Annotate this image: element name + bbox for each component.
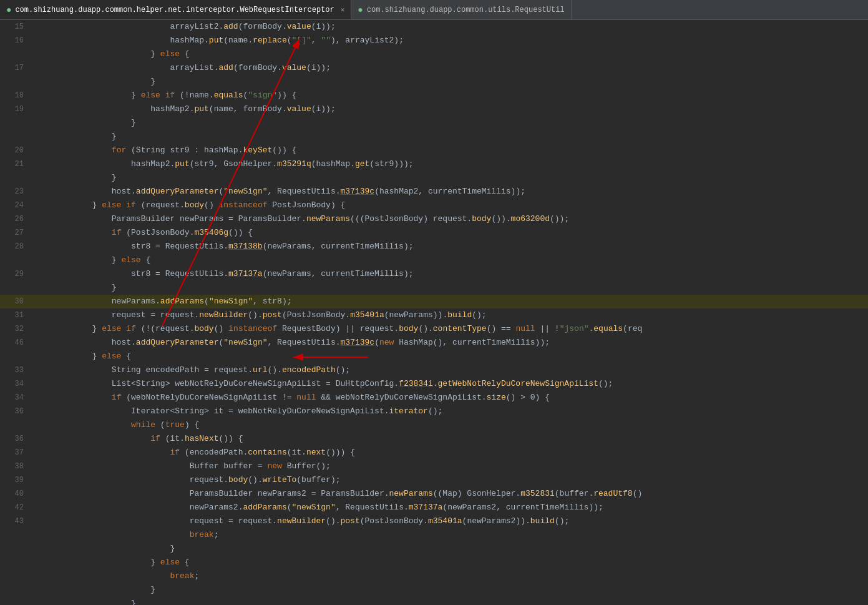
code-line-17: 17 arrayList.add(formBody.value(i)); [0, 61, 868, 75]
line-content-else4: } else { [31, 556, 868, 569]
line-num-28: 28 [0, 240, 31, 253]
code-line-33: 33 String encodedPath = request.url().en… [0, 363, 868, 377]
line-content-17: arrayList.add(formBody.value(i)); [31, 61, 868, 75]
line-num-42: 42 [0, 501, 31, 514]
line-content-close3: } [31, 130, 868, 144]
line-content-close4: } [31, 171, 868, 185]
code-line-36a: 36 Iterator<String> it = webNotRelyDuCor… [0, 405, 868, 418]
code-line-27: 27 if (PostJsonBody.m35406g()) { [0, 226, 868, 240]
line-num-43: 43 [0, 514, 31, 528]
line-num-37: 37 [0, 446, 31, 460]
tab-webrequestinterceptor[interactable]: ● com.shizhuang.duapp.common.helper.net.… [0, 0, 351, 19]
code-line-32: 32 } else if (!(request.body() instanceo… [0, 322, 868, 336]
tab-label-1: com.shizhuang.duapp.common.helper.net.in… [15, 6, 334, 14]
line-num-33: 33 [0, 363, 31, 377]
line-content-break1: break; [31, 528, 868, 542]
line-num-17: 17 [0, 61, 31, 75]
close-tab-button-1[interactable]: ✕ [341, 6, 345, 14]
code-line-close8: } [0, 597, 868, 605]
code-line-31: 31 request = request.newBuilder().post(P… [0, 308, 868, 322]
code-area[interactable]: 15 arrayList2.add(formBody.value(i)); 16… [0, 20, 868, 605]
line-num-19: 19 [0, 102, 31, 116]
line-content-close5: } [31, 281, 868, 295]
code-line-close1: } [0, 75, 868, 89]
line-content-else3: } else { [31, 350, 868, 363]
line-content-16: hashMap.put(name.replace("[]", ""), arra… [31, 34, 868, 47]
code-line-43: 43 request = request.newBuilder().post(P… [0, 514, 868, 528]
line-content-close1: } [31, 75, 868, 89]
line-num-15: 15 [0, 20, 31, 34]
tab-label-2: com.shizhuang.duapp.common.utils.Request… [367, 6, 565, 14]
line-num-40: 40 [0, 487, 31, 501]
line-content-close8: } [31, 597, 868, 605]
line-content-30: newParams.addParams("newSign", str8); [31, 295, 868, 308]
code-line-21: 21 hashMap2.put(str9, GsonHelper.m35291q… [0, 157, 868, 171]
line-num-23: 23 [0, 185, 31, 199]
code-line-38: 38 Buffer buffer = new Buffer(); [0, 460, 868, 473]
line-content-21: hashMap2.put(str9, GsonHelper.m35291q(ha… [31, 157, 868, 171]
line-num-39: 39 [0, 473, 31, 487]
line-content-24: } else if (request.body() instanceof Pos… [31, 199, 868, 212]
code-line-close6: } [0, 542, 868, 556]
code-line-36b: 36 if (it.hasNext()) { [0, 432, 868, 446]
line-content-while: while (true) { [31, 418, 868, 432]
line-num-30: 30 [0, 295, 31, 308]
code-line-23: 23 host.addQueryParameter("newSign", Req… [0, 185, 868, 199]
code-line-39: 39 request.body().writeTo(buffer); [0, 473, 868, 487]
line-content-46: host.addQueryParameter("newSign", Reques… [31, 336, 868, 350]
line-num-36b: 36 [0, 432, 31, 446]
code-line-30: 30 newParams.addParams("newSign", str8); [0, 295, 868, 308]
line-content-36b: if (it.hasNext()) { [31, 432, 868, 446]
code-line-16: 16 hashMap.put(name.replace("[]", ""), a… [0, 34, 868, 47]
line-content-39: request.body().writeTo(buffer); [31, 473, 868, 487]
code-line-20: 20 for (String str9 : hashMap.keySet()) … [0, 144, 868, 157]
line-num-18: 18 [0, 89, 31, 102]
line-num-21: 21 [0, 157, 31, 171]
code-line-34a: 34 List<String> webNotRelyDuCoreNewSignA… [0, 377, 868, 391]
tab-requestutil[interactable]: ● com.shizhuang.duapp.common.utils.Reque… [351, 0, 571, 19]
tab-icon-2: ● [358, 5, 363, 15]
line-num-27: 27 [0, 226, 31, 240]
line-content-20: for (String str9 : hashMap.keySet()) { [31, 144, 868, 157]
line-content-37: if (encodedPath.contains(it.next())) { [31, 446, 868, 460]
code-line-close2: } [0, 116, 868, 130]
code-line-close5: } [0, 281, 868, 295]
line-content-close6: } [31, 542, 868, 556]
line-content-break2: break; [31, 569, 868, 583]
code-line-42: 42 newParams2.addParams("newSign", Reque… [0, 501, 868, 514]
line-content-28: str8 = RequestUtils.m37138b(newParams, c… [31, 240, 868, 253]
line-content-33: String encodedPath = request.url().encod… [31, 363, 868, 377]
code-line-close4: } [0, 171, 868, 185]
line-num-36a: 36 [0, 405, 31, 418]
code-line-else1: } else { [0, 47, 868, 61]
line-num-46: 46 [0, 336, 31, 350]
code-line-46: 46 host.addQueryParameter("newSign", Req… [0, 336, 868, 350]
line-num-32: 32 [0, 322, 31, 336]
line-content-42: newParams2.addParams("newSign", RequestU… [31, 501, 868, 514]
line-content-15: arrayList2.add(formBody.value(i)); [31, 20, 868, 34]
code-line-24: 24 } else if (request.body() instanceof … [0, 199, 868, 212]
line-num-29: 29 [0, 267, 31, 281]
code-line-break2: break; [0, 569, 868, 583]
code-line-29: 29 str8 = RequestUtils.m37137a(newParams… [0, 267, 868, 281]
line-content-18: } else if (!name.equals("sign")) { [31, 89, 868, 102]
code-line-28: 28 str8 = RequestUtils.m37138b(newParams… [0, 240, 868, 253]
line-content-else2: } else { [31, 253, 868, 267]
line-content-34a: List<String> webNotRelyDuCoreNewSignApiL… [31, 377, 868, 391]
line-num-26: 26 [0, 212, 31, 226]
line-content-27: if (PostJsonBody.m35406g()) { [31, 226, 868, 240]
code-line-34b: 34 if (webNotRelyDuCoreNewSignApiList !=… [0, 391, 868, 405]
line-content-close2: } [31, 116, 868, 130]
line-num-34b: 34 [0, 391, 31, 405]
code-line-break1: break; [0, 528, 868, 542]
line-content-40: ParamsBuilder newParams2 = ParamsBuilder… [31, 487, 868, 501]
line-content-32: } else if (!(request.body() instanceof R… [31, 322, 868, 336]
code-line-close3: } [0, 130, 868, 144]
code-line-while: while (true) { [0, 418, 868, 432]
line-num-31: 31 [0, 308, 31, 322]
line-content-31: request = request.newBuilder().post(Post… [31, 308, 868, 322]
line-content-23: host.addQueryParameter("newSign", Reques… [31, 185, 868, 199]
line-content-34b: if (webNotRelyDuCoreNewSignApiList != nu… [31, 391, 868, 405]
code-line-else4: } else { [0, 556, 868, 569]
code-line-15: 15 arrayList2.add(formBody.value(i)); [0, 20, 868, 34]
